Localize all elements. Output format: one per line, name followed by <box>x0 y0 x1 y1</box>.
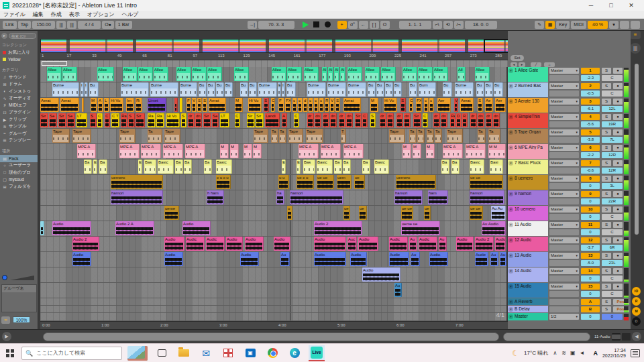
clip[interactable]: Allee <box>176 67 191 81</box>
clip[interactable]: Ri <box>136 98 142 112</box>
clip[interactable]: Burne <box>455 82 474 97</box>
clip[interactable]: I <box>282 82 285 97</box>
clip[interactable]: I <box>80 82 84 97</box>
track-activator-button[interactable]: 14 <box>581 268 600 274</box>
clip[interactable]: Basi <box>490 160 503 174</box>
clip[interactable]: dr <box>339 113 345 127</box>
sidebar-item-current-project[interactable]: □現在のプロ <box>0 169 38 176</box>
clip[interactable]: Al <box>328 67 333 81</box>
clip[interactable]: Re <box>450 113 455 127</box>
track-lane-2[interactable]: BurneIIBuBurneBurneBurneBuBuBuBuBuBuBurn… <box>40 82 506 98</box>
track-volume-field[interactable]: 0 <box>581 183 600 189</box>
clip[interactable]: Ra <box>121 113 127 127</box>
clip[interactable]: Sir <box>413 113 421 127</box>
clip[interactable]: MPE A <box>299 144 319 158</box>
track-lane-6[interactable]: MPE AMPE AMPE AMPE AMPE AMMMMMPE AMPE AM… <box>40 144 506 160</box>
clip[interactable]: Ta <box>279 129 286 143</box>
clip[interactable]: ueme <box>164 206 179 220</box>
track-name-cell[interactable]: ▾14 Audio <box>508 267 548 282</box>
track-volume-field[interactable]: 0 <box>581 229 600 235</box>
arm-monitor-button[interactable]: ● <box>613 129 623 135</box>
clip[interactable]: dn <box>315 113 321 127</box>
clip[interactable]: Ta <box>435 129 442 143</box>
solo-button[interactable]: S <box>602 299 611 305</box>
track-activator-button[interactable]: 7 <box>581 160 600 166</box>
session-region-button[interactable]: [ ] <box>370 21 379 29</box>
track-lane-5[interactable]: TapeTapeTapeTaTapeTapeTaTaTapeTapeTTapeT… <box>40 129 506 144</box>
track-fold-icon[interactable]: ▾ <box>508 300 513 304</box>
menu-item-5[interactable]: ヘルプ <box>122 11 139 18</box>
maximize-button[interactable]: □ <box>601 0 621 11</box>
track-name-cell[interactable]: ▾6 MPE Airy Pa <box>508 144 548 159</box>
show-r-section-button[interactable]: R <box>632 297 641 306</box>
clip[interactable]: c u c u <box>216 175 231 189</box>
close-button[interactable]: ✕ <box>621 0 641 11</box>
nudge-up-button[interactable]: ||| <box>67 21 76 29</box>
preview-volume-slider[interactable] <box>10 276 34 280</box>
clip[interactable]: Au <box>280 252 290 266</box>
clip[interactable]: Bu <box>394 82 402 97</box>
clip[interactable]: Allee <box>154 67 168 81</box>
clip[interactable]: E <box>282 160 286 174</box>
track-name-cell[interactable]: ▾A Reverb <box>508 298 548 305</box>
cue-out-select[interactable]: 1/2 <box>549 314 579 320</box>
clip[interactable]: S <box>478 98 483 112</box>
clip[interactable]: Ba <box>175 160 183 174</box>
clip[interactable]: Audio <box>182 221 211 235</box>
clip[interactable]: Hi Vo <box>384 98 397 112</box>
clip[interactable]: Bu <box>89 82 99 97</box>
solo-cue-button[interactable]: O <box>632 317 641 326</box>
clip[interactable]: Bu <box>199 82 207 97</box>
clip[interactable]: Bu <box>368 82 376 97</box>
track-fold-icon[interactable]: ▾ <box>508 223 513 227</box>
clip[interactable]: Sir <box>58 113 66 127</box>
clip[interactable]: Audio 2 <box>72 237 99 251</box>
track-lane-13[interactable]: AudioAudioAudioAuAudioAudioAudicAuAudioA… <box>40 252 506 267</box>
clip[interactable]: Audio <box>164 252 183 266</box>
solo-button[interactable]: S <box>602 160 611 166</box>
clip[interactable] <box>40 221 44 235</box>
loop-brace[interactable] <box>42 61 67 66</box>
loop-line-icon[interactable]: ╱ <box>531 62 541 67</box>
clip[interactable]: MPE A <box>321 144 341 158</box>
track-fold-icon[interactable]: ▾ <box>508 207 513 212</box>
arm-monitor-button[interactable]: ● <box>613 68 623 74</box>
chrome-button[interactable] <box>264 345 280 361</box>
clip[interactable]: Audio <box>314 237 346 251</box>
clip[interactable]: Ba <box>84 160 92 174</box>
return-activator-button[interactable]: A <box>581 299 600 305</box>
clip[interactable]: ue <box>359 206 367 220</box>
clip[interactable]: Ba <box>184 160 192 174</box>
clip[interactable]: E <box>278 82 281 97</box>
track-fold-icon[interactable]: ▾ <box>508 145 513 150</box>
clip[interactable]: Im <box>126 98 134 112</box>
clip[interactable]: ham <box>428 190 448 204</box>
clip[interactable]: FX <box>285 98 291 112</box>
clip[interactable]: Al <box>322 67 327 81</box>
track-lane-11[interactable]: AudioAudio 2 AAudioAudio 2ueme ueAu Audi… <box>40 221 506 237</box>
track-volume-field[interactable]: 0 <box>581 276 600 282</box>
track-fold-icon[interactable]: ▾ <box>508 68 513 73</box>
automation-arm-button[interactable]: σ° <box>348 21 358 29</box>
clip[interactable]: Bu <box>376 82 384 97</box>
solo-button[interactable]: S <box>602 83 611 89</box>
arm-monitor-button[interactable]: ● <box>613 145 623 151</box>
clip[interactable]: Ra <box>156 113 164 127</box>
clip[interactable]: Audio <box>314 252 346 266</box>
clip[interactable]: Ta <box>427 129 434 143</box>
clip[interactable]: Allee <box>347 67 362 81</box>
return-activator-button[interactable]: B <box>581 306 600 312</box>
clip[interactable]: Allee <box>304 67 319 81</box>
cpu-dropdown-arrow-icon[interactable]: ▾ <box>609 21 619 29</box>
clip[interactable]: d <box>303 98 308 112</box>
clip[interactable]: M <box>244 144 252 158</box>
clip[interactable]: Bas <box>144 160 156 174</box>
track-name-cell[interactable]: ▾4 SimpleThin <box>508 113 548 128</box>
track-lane-3[interactable]: AeratAeratMALHi VoImRiLimetFVSSAeratMHi … <box>40 98 506 113</box>
clip[interactable]: dn <box>330 113 337 127</box>
clip[interactable]: MPE A <box>77 144 96 158</box>
clip[interactable]: MPE A <box>443 144 463 158</box>
solo-button[interactable]: S <box>602 68 611 74</box>
clip[interactable]: Sir <box>355 113 362 127</box>
output-routing-select[interactable]: Master <box>549 222 579 228</box>
